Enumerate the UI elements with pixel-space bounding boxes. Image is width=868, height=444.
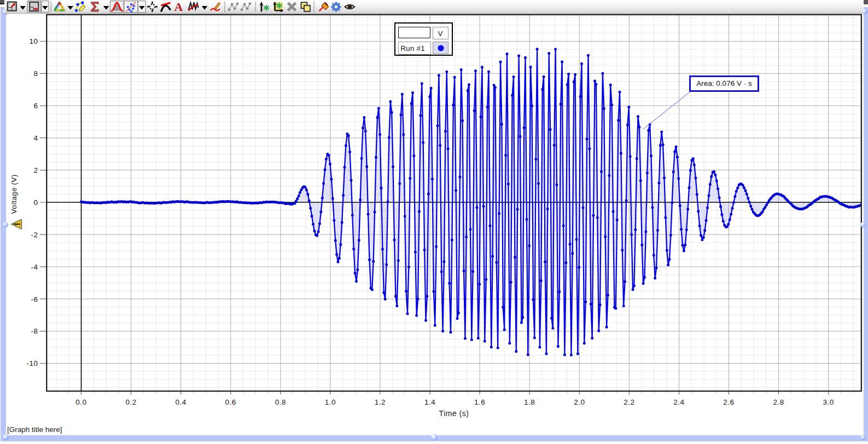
- svg-text:0.8: 0.8: [275, 398, 286, 406]
- svg-text:6: 6: [33, 102, 38, 110]
- svg-text:0.6: 0.6: [225, 398, 236, 406]
- svg-text:4: 4: [33, 134, 38, 142]
- svg-text:1.8: 1.8: [524, 398, 535, 406]
- svg-text:1.0: 1.0: [325, 398, 336, 406]
- svg-text:8: 8: [33, 69, 38, 78]
- svg-text:2.4: 2.4: [673, 398, 684, 406]
- svg-text:0.0: 0.0: [75, 398, 86, 406]
- svg-text:2.8: 2.8: [773, 398, 784, 406]
- svg-text:-10: -10: [26, 359, 38, 367]
- svg-text:Time (s): Time (s): [439, 409, 469, 418]
- svg-text:1.4: 1.4: [424, 398, 435, 406]
- svg-text:0: 0: [33, 198, 38, 207]
- svg-text:3.0: 3.0: [823, 398, 834, 406]
- svg-text:10: 10: [29, 37, 38, 45]
- svg-text:2.0: 2.0: [574, 398, 585, 406]
- svg-text:A: A: [174, 0, 183, 14]
- svg-text:-2: -2: [31, 231, 38, 239]
- svg-text:2: 2: [33, 166, 38, 174]
- svg-text:-8: -8: [31, 327, 38, 335]
- svg-text:2.6: 2.6: [723, 398, 734, 406]
- svg-text:0.4: 0.4: [176, 398, 187, 406]
- svg-text:1.6: 1.6: [474, 398, 485, 406]
- svg-text:0.2: 0.2: [125, 398, 136, 406]
- svg-text:2.2: 2.2: [624, 398, 634, 406]
- svg-text:1.2: 1.2: [375, 398, 386, 406]
- svg-text:Voltage (V): Voltage (V): [10, 174, 18, 214]
- svg-text:-6: -6: [31, 295, 38, 303]
- svg-text:-4: -4: [31, 263, 38, 271]
